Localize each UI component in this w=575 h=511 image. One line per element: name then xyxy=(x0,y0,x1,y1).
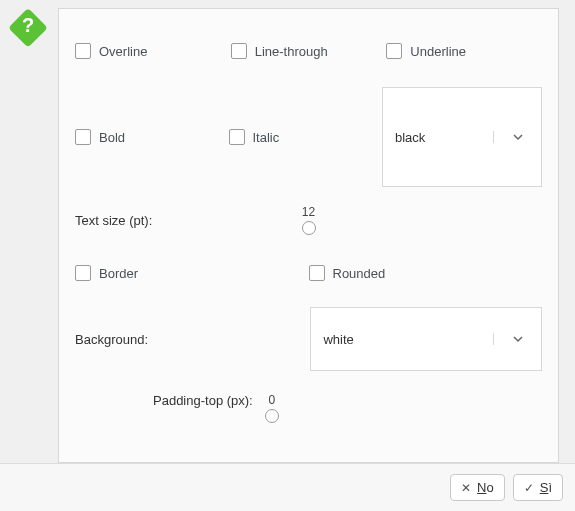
border-row: Border Rounded xyxy=(75,265,542,281)
bold-checkbox[interactable] xyxy=(75,129,91,145)
border-label: Border xyxy=(99,266,138,281)
slider-knob-icon xyxy=(265,409,279,423)
chevron-down-icon xyxy=(493,333,541,345)
text-size-row: Text size (pt): 12 xyxy=(75,205,542,235)
text-size-slider[interactable]: 12 xyxy=(231,205,387,235)
padding-top-slider[interactable]: 0 xyxy=(265,393,279,423)
yes-button[interactable]: ✓ Sì xyxy=(513,474,563,501)
settings-panel-wrap: Overline Line-through Underline Bold xyxy=(58,8,575,463)
italic-checkbox[interactable] xyxy=(229,129,245,145)
text-size-value: 12 xyxy=(302,205,315,219)
background-label: Background: xyxy=(75,332,310,347)
italic-label: Italic xyxy=(253,130,280,145)
text-color-select[interactable]: black xyxy=(382,87,542,187)
yes-button-label: Sì xyxy=(540,480,552,495)
text-decoration-row: Overline Line-through Underline xyxy=(75,43,542,59)
no-button[interactable]: ✕ No xyxy=(450,474,505,501)
overline-label: Overline xyxy=(99,44,147,59)
padding-top-row: Padding-top (px): 0 xyxy=(75,393,542,423)
dialog-footer: ✕ No ✓ Sì xyxy=(0,463,575,511)
no-button-label: No xyxy=(477,480,494,495)
background-select[interactable]: white xyxy=(310,307,542,371)
overline-checkbox[interactable] xyxy=(75,43,91,59)
font-style-row: Bold Italic black xyxy=(75,87,542,187)
rounded-label: Rounded xyxy=(333,266,386,281)
border-checkbox[interactable] xyxy=(75,265,91,281)
background-value: white xyxy=(311,332,493,347)
underline-label: Underline xyxy=(410,44,466,59)
dialog-window: ? Overline Line-through Underline xyxy=(0,0,575,511)
close-icon: ✕ xyxy=(461,481,471,495)
rounded-checkbox[interactable] xyxy=(309,265,325,281)
text-color-value: black xyxy=(383,130,493,145)
slider-knob-icon xyxy=(302,221,316,235)
padding-top-label: Padding-top (px): xyxy=(153,393,253,408)
chevron-down-icon xyxy=(493,131,541,143)
linethrough-label: Line-through xyxy=(255,44,328,59)
padding-top-value: 0 xyxy=(268,393,275,407)
bold-label: Bold xyxy=(99,130,125,145)
check-icon: ✓ xyxy=(524,481,534,495)
dialog-body: ? Overline Line-through Underline xyxy=(0,0,575,463)
settings-panel[interactable]: Overline Line-through Underline Bold xyxy=(58,8,559,463)
linethrough-checkbox[interactable] xyxy=(231,43,247,59)
text-size-label: Text size (pt): xyxy=(75,213,231,228)
svg-text:?: ? xyxy=(22,14,34,36)
help-icon: ? xyxy=(8,8,48,48)
background-row: Background: white xyxy=(75,307,542,371)
underline-checkbox[interactable] xyxy=(386,43,402,59)
